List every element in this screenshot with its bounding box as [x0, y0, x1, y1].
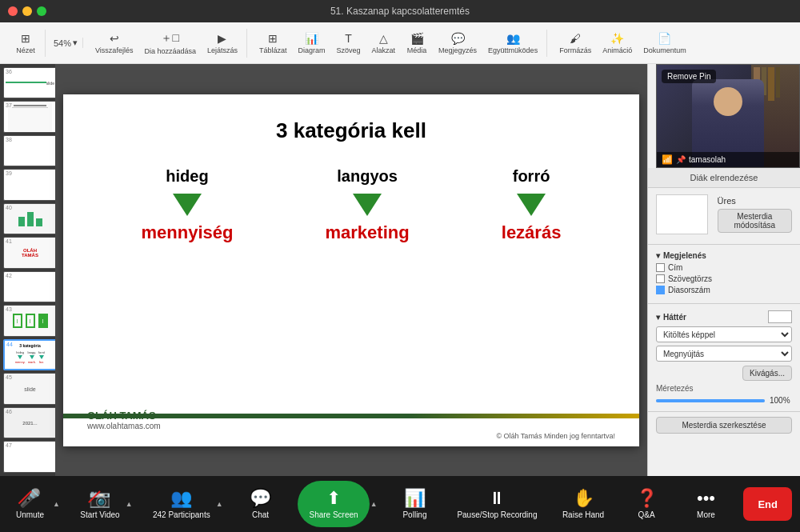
slide-thumb-40[interactable]: 40 — [3, 203, 55, 234]
qa-icon: ❓ — [636, 490, 658, 507]
toolbar-anim-btn[interactable]: ✨ Animáció — [598, 30, 636, 57]
slide-col-0: hideg mennyiség — [141, 167, 233, 243]
polling-button[interactable]: 📊 Polling — [393, 481, 437, 527]
slide-thumb-37[interactable]: 37 — [3, 101, 55, 132]
slide-thumb-46[interactable]: 46 2021... — [3, 407, 55, 438]
toolbar-back-btn[interactable]: ↩ Visszafejlés — [91, 30, 137, 57]
slide-thumb-42[interactable]: 42 — [3, 271, 55, 302]
toolbar-media-btn[interactable]: 🎬 Média — [402, 30, 431, 57]
slide-url: www.olahtamas.com — [87, 422, 161, 430]
slide-thumb-36[interactable]: 36 slide — [3, 67, 55, 98]
raise-hand-label: Raise Hand — [562, 510, 604, 519]
size-value: 100% — [770, 396, 792, 405]
zoom-value[interactable]: 54% — [54, 38, 71, 48]
start-video-label: Start Video — [80, 510, 119, 519]
pause-stop-label: Pause/Stop Recording — [457, 510, 537, 519]
slide-col-2: forró lezárás — [502, 167, 562, 243]
end-button[interactable]: End — [743, 487, 792, 521]
master-edit-btn[interactable]: Mesterdia szerkesztése — [656, 417, 792, 434]
qa-button[interactable]: ❓ Q&A — [625, 481, 669, 527]
toolbar-shape-btn[interactable]: △ Alakzat — [368, 30, 400, 57]
back-icon: ↩ — [110, 32, 119, 45]
slide-logo: OLÁH TAMÁS — [87, 410, 161, 422]
cb-title[interactable] — [656, 263, 665, 272]
start-video-button[interactable]: 📷 Start Video — [75, 481, 124, 527]
zoom-chevron: ▾ — [73, 38, 78, 48]
toolbar-play-btn[interactable]: ▶ Lejátszás — [203, 30, 242, 57]
unmute-chevron[interactable]: ▲ — [53, 500, 60, 508]
slide-view: 3 kategória kell hideg mennyiség langyos… — [63, 94, 639, 446]
toolbar-collab-btn[interactable]: 👥 Együttmüködes — [484, 30, 542, 57]
share-screen-button[interactable]: ⬆ Share Screen — [298, 481, 369, 527]
window-controls — [8, 6, 46, 16]
panel-background-section: ▾ Háttér Kitöltés képpel Megnyújtás Kivá… — [648, 304, 800, 412]
chat-button[interactable]: 💬 Chat — [238, 481, 282, 527]
maximize-button[interactable] — [37, 6, 46, 16]
remove-pin-button[interactable]: Remove Pin — [662, 70, 716, 83]
pause-stop-button[interactable]: ⏸ Pause/Stop Recording — [452, 481, 542, 527]
toolbar-view-btn[interactable]: ⊞ Nézet — [11, 30, 40, 57]
slide-preview-thumb — [656, 194, 708, 234]
cb-slidenum[interactable] — [656, 286, 665, 294]
title-bar: 51. Kaszanap kapcsolatteremtés — [0, 0, 800, 22]
toolbar-add-slide-btn[interactable]: ＋□ Dia hozzáadása — [140, 29, 200, 58]
toolbar-format-btn[interactable]: 🖌 Formázás — [555, 30, 595, 57]
checkbox-slidenum: Diasorszám — [656, 286, 792, 294]
slide-thumb-45[interactable]: 45 slide — [3, 373, 55, 404]
slide-columns: hideg mennyiség langyos marketing forró … — [63, 143, 639, 243]
play-icon: ▶ — [218, 32, 226, 45]
slide-thumb-44[interactable]: 44 3 kategória hideg menny. langy. mark. — [3, 339, 55, 371]
right-panel: Remove Pin 📶 📌 tamasolah — [647, 64, 800, 476]
slide-thumb-41[interactable]: 41 OLÁHTAMÁS — [3, 237, 55, 268]
more-icon: ••• — [697, 490, 715, 507]
close-button[interactable] — [8, 6, 18, 16]
crop-btn[interactable]: Kivágás... — [742, 366, 792, 381]
share-screen-chevron[interactable]: ▲ — [370, 500, 378, 508]
qa-label: Q&A — [638, 510, 655, 519]
master-modify-btn[interactable]: Mesterdia módosítása — [718, 209, 792, 233]
cb-body[interactable] — [656, 274, 665, 283]
slide-thumb-38[interactable]: 38 — [3, 135, 55, 166]
video-icon: 📷 — [89, 490, 110, 507]
more-button[interactable]: ••• More — [684, 481, 728, 527]
chat-icon: 💬 — [250, 490, 271, 507]
panel-appearance-section: ▾ Megjelenés Cím Szövegtörzs Diasorszám — [648, 245, 800, 304]
minimize-button[interactable] — [22, 6, 32, 16]
col-bottom-1: marketing — [326, 222, 410, 243]
bg-color-swatch[interactable] — [768, 310, 792, 323]
slide-col-1: langyos marketing — [326, 167, 410, 243]
zoom-group: 54% ▾ — [49, 38, 83, 48]
participants-button[interactable]: 👥 242 Participants — [148, 481, 215, 527]
toolbar-text-btn[interactable]: T Szöveg — [333, 30, 365, 57]
unmute-button[interactable]: 🎤 Unmute — [8, 481, 52, 527]
panel-preview-row: Üres Mesterdia módosítása — [656, 194, 792, 234]
toolbar-view-group: ⊞ Nézet — [6, 30, 46, 57]
toolbar-chart-btn[interactable]: 📊 Diagram — [294, 30, 330, 57]
toolbar-table-btn[interactable]: ⊞ Táblázat — [255, 30, 291, 57]
fill-select[interactable]: Kitöltés képpel — [656, 326, 792, 342]
participants-chevron[interactable]: ▲ — [216, 500, 223, 508]
media-icon: 🎬 — [410, 32, 424, 45]
slide-thumb-43[interactable]: 43 I I I — [3, 305, 55, 336]
arrow-2 — [517, 194, 546, 216]
add-slide-icon: ＋□ — [161, 31, 178, 46]
fill-type-select[interactable]: Megnyújtás — [656, 346, 792, 362]
share-screen-icon: ⬆ — [326, 490, 341, 507]
crop-btn-row: Kivágás... — [656, 365, 792, 381]
video-group: 📷 Start Video ▲ — [75, 481, 132, 527]
share-screen-label: Share Screen — [309, 510, 358, 519]
preview-label: Üres — [718, 196, 792, 206]
size-slider[interactable] — [656, 399, 765, 402]
slide-thumb-47[interactable]: 47 — [3, 441, 55, 472]
col-bottom-0: mennyiség — [141, 222, 233, 243]
toolbar-doc-btn[interactable]: 📄 Dokumentum — [639, 30, 690, 57]
raise-hand-button[interactable]: ✋ Raise Hand — [558, 481, 609, 527]
video-chevron[interactable]: ▲ — [126, 500, 133, 508]
unmute-label: Unmute — [16, 510, 44, 519]
toolbar-comment-btn[interactable]: 💬 Megjegyzés — [434, 30, 481, 57]
slide-thumb-39[interactable]: 39 — [3, 169, 55, 200]
arrow-0 — [173, 194, 202, 216]
checkbox-title: Cím — [656, 263, 792, 272]
arrow-1 — [353, 194, 382, 216]
polling-label: Polling — [402, 510, 426, 519]
